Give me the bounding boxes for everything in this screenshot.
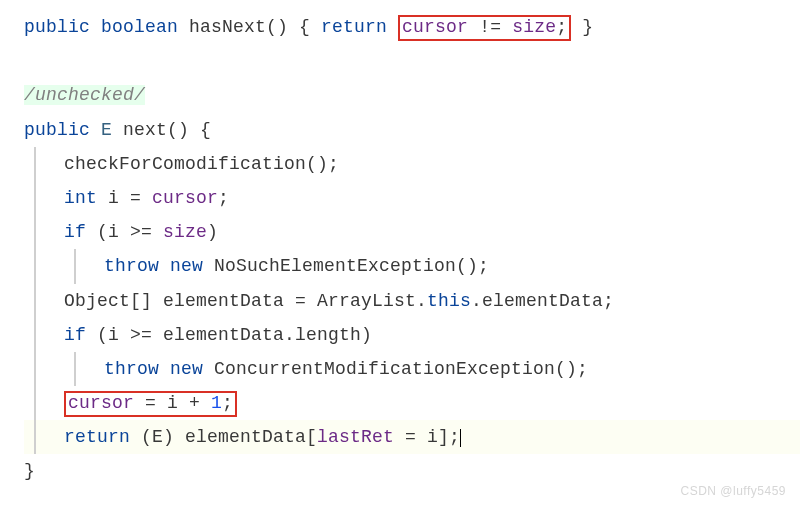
highlight-box: cursor != size; xyxy=(398,15,571,41)
text-caret xyxy=(460,429,461,447)
exception: ConcurrentModificationException(); xyxy=(203,359,588,379)
var-lastret: lastRet xyxy=(317,427,394,447)
op-neq: != xyxy=(468,17,512,37)
keyword-new: new xyxy=(170,359,203,379)
var-cursor: cursor xyxy=(402,17,468,37)
keyword-public: public xyxy=(24,120,90,140)
expr: = i]; xyxy=(394,427,460,447)
keyword-throw: throw xyxy=(104,256,159,276)
var-size: size xyxy=(163,222,207,242)
keyword-boolean: boolean xyxy=(101,17,178,37)
stmt: Object[] elementData = ArrayList. xyxy=(64,291,427,311)
semicolon: ; xyxy=(222,393,233,413)
keyword-this: this xyxy=(427,291,471,311)
keyword-throw: throw xyxy=(104,359,159,379)
indent-guide xyxy=(74,249,76,283)
var-size: size xyxy=(512,17,556,37)
var-cursor: cursor xyxy=(68,393,134,413)
keyword-int: int xyxy=(64,188,97,208)
cond: (i >= xyxy=(86,222,163,242)
code-line: if (i >= elementData.length) xyxy=(24,318,800,352)
annotation: /unchecked/ xyxy=(24,85,145,105)
indent-guide xyxy=(34,181,36,215)
code-line: if (i >= size) xyxy=(24,215,800,249)
keyword-return: return xyxy=(321,17,387,37)
call-check: checkForComodification(); xyxy=(64,154,339,174)
annotation-line: /unchecked/ xyxy=(24,78,800,112)
keyword-if: if xyxy=(64,222,86,242)
keyword-public: public xyxy=(24,17,90,37)
keyword-new: new xyxy=(170,256,203,276)
brace: } xyxy=(24,461,35,481)
fn-hasnext: hasNext() { xyxy=(178,17,321,37)
semicolon: ; xyxy=(556,17,567,37)
code-line: throw new NoSuchElementException(); xyxy=(24,249,800,283)
exception: NoSuchElementException(); xyxy=(203,256,489,276)
code-line-current: return (E) elementData[lastRet = i]; xyxy=(24,420,800,454)
indent-guide xyxy=(34,386,36,420)
assign: = i + xyxy=(134,393,211,413)
indent-guide xyxy=(34,420,36,454)
code-line: throw new ConcurrentModificationExceptio… xyxy=(24,352,800,386)
code-line: public boolean hasNext() { return cursor… xyxy=(24,10,800,44)
semicolon: ; xyxy=(218,188,229,208)
code-line: public E next() { xyxy=(24,113,800,147)
indent-guide xyxy=(34,318,36,352)
keyword-if: if xyxy=(64,325,86,345)
expr: (E) elementData[ xyxy=(130,427,317,447)
indent-guide xyxy=(34,147,36,181)
code-line: checkForComodification(); xyxy=(24,147,800,181)
number: 1 xyxy=(211,393,222,413)
cond: (i >= elementData.length) xyxy=(86,325,372,345)
code-line: Object[] elementData = ArrayList.this.el… xyxy=(24,284,800,318)
stmt: .elementData; xyxy=(471,291,614,311)
assign: i = xyxy=(97,188,152,208)
code-block: public boolean hasNext() { return cursor… xyxy=(0,0,800,509)
indent-guide xyxy=(74,352,76,386)
highlight-box: cursor = i + 1; xyxy=(64,391,237,417)
indent-guide xyxy=(34,249,36,283)
code-line: int i = cursor; xyxy=(24,181,800,215)
type-e: E xyxy=(90,120,123,140)
blank-line xyxy=(24,44,800,78)
indent-guide xyxy=(34,352,36,386)
var-cursor: cursor xyxy=(152,188,218,208)
keyword-return: return xyxy=(64,427,130,447)
brace: } xyxy=(571,17,593,37)
fn-next: next() { xyxy=(123,120,211,140)
code-line: cursor = i + 1; xyxy=(24,386,800,420)
indent-guide xyxy=(34,215,36,249)
watermark: CSDN @luffy5459 xyxy=(680,480,786,503)
paren: ) xyxy=(207,222,218,242)
indent-guide xyxy=(34,284,36,318)
